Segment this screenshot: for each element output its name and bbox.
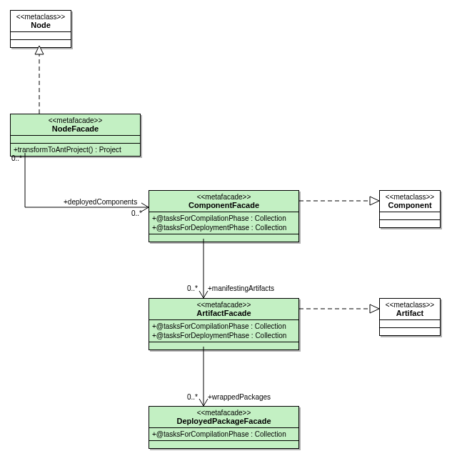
component-facade-attr-1: +@tasksForDeploymentPhase : Collection	[152, 223, 296, 232]
node-facade-op-0: +transformToAntProject() : Project	[14, 145, 137, 154]
node-stereotype: <<metaclass>>	[15, 13, 66, 21]
deployed-components-role: +deployedComponents	[64, 198, 137, 206]
arrow-componentfacade-component	[370, 197, 379, 205]
node-facade-multiplicity: 0..*	[11, 154, 22, 162]
wrapped-packages-multiplicity: 0..*	[187, 393, 198, 401]
class-node: <<metaclass>> Node	[10, 10, 71, 48]
component-name: Component	[384, 201, 436, 209]
manifesting-artifacts-multiplicity: 0..*	[187, 284, 198, 292]
manifesting-artifacts-role: +manifestingArtifacts	[208, 284, 274, 292]
arrow-artifactfacade-deployedpackagefacade	[199, 399, 208, 406]
node-facade-stereotype: <<metafacade>>	[15, 116, 136, 124]
deployed-package-facade-name: DeployedPackageFacade	[154, 417, 294, 425]
artifact-name: Artifact	[384, 309, 436, 317]
deployed-package-facade-stereotype: <<metafacade>>	[154, 409, 294, 417]
wrapped-packages-role: +wrappedPackages	[208, 393, 271, 401]
artifact-facade-attr-0: +@tasksForCompilationPhase : Collection	[152, 322, 296, 331]
node-facade-name: NodeFacade	[15, 124, 136, 133]
component-facade-attr-0: +@tasksForCompilationPhase : Collection	[152, 214, 296, 223]
artifact-facade-stereotype: <<metafacade>>	[154, 301, 294, 309]
deployed-components-multiplicity: 0..*	[131, 209, 142, 217]
class-artifact: <<metaclass>> Artifact	[379, 298, 441, 336]
arrow-nodefacade-componentfacade	[141, 203, 149, 212]
class-artifact-facade: <<metafacade>> ArtifactFacade +@tasksFor…	[149, 298, 299, 350]
artifact-facade-name: ArtifactFacade	[154, 309, 294, 317]
artifact-stereotype: <<metaclass>>	[384, 301, 436, 309]
class-component: <<metaclass>> Component	[379, 190, 441, 228]
component-facade-name: ComponentFacade	[154, 201, 294, 209]
arrow-componentfacade-artifactfacade	[199, 291, 208, 298]
node-name: Node	[15, 21, 66, 29]
component-stereotype: <<metaclass>>	[384, 193, 436, 201]
component-facade-stereotype: <<metafacade>>	[154, 193, 294, 201]
arrow-artifactfacade-artifact	[370, 304, 379, 313]
class-component-facade: <<metafacade>> ComponentFacade +@tasksFo…	[149, 190, 299, 242]
artifact-facade-attr-1: +@tasksForDeploymentPhase : Collection	[152, 331, 296, 340]
class-node-facade: <<metafacade>> NodeFacade +transformToAn…	[10, 114, 141, 157]
class-deployed-package-facade: <<metafacade>> DeployedPackageFacade +@t…	[149, 406, 299, 449]
deployed-package-facade-attr-0: +@tasksForCompilationPhase : Collection	[152, 430, 296, 439]
